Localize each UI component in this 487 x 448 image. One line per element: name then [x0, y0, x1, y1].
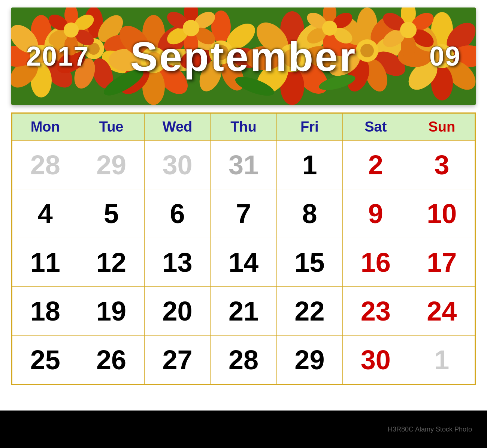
calendar-week-row: 28293031123 — [12, 141, 475, 189]
watermark-bar: H3R80C Alamy Stock Photo — [0, 411, 487, 448]
calendar-table: Mon Tue Wed Thu Fri Sat Sun 282930311234… — [12, 113, 475, 384]
header-sat: Sat — [343, 114, 409, 141]
calendar-day-cell[interactable]: 11 — [12, 238, 78, 287]
calendar-day-cell[interactable]: 7 — [211, 189, 276, 238]
calendar-day-cell[interactable]: 3 — [409, 141, 475, 189]
calendar-header-row: Mon Tue Wed Thu Fri Sat Sun — [12, 114, 475, 141]
calendar-day-cell[interactable]: 29 — [78, 141, 144, 189]
calendar-day-cell[interactable]: 12 — [78, 238, 144, 287]
calendar-day-cell[interactable]: 13 — [144, 238, 210, 287]
calendar-day-cell[interactable]: 30 — [144, 141, 210, 189]
calendar-week-row: 11121314151617 — [12, 238, 475, 287]
header-tue: Tue — [78, 114, 144, 141]
calendar-grid: Mon Tue Wed Thu Fri Sat Sun 282930311234… — [11, 112, 476, 385]
calendar-day-cell[interactable]: 19 — [78, 287, 144, 336]
calendar-day-cell[interactable]: 18 — [12, 287, 78, 336]
calendar-day-cell[interactable]: 28 — [211, 336, 276, 384]
calendar-week-row: 2526272829301 — [12, 336, 475, 384]
header-fri: Fri — [276, 114, 342, 141]
calendar-day-cell[interactable]: 1 — [409, 336, 475, 384]
calendar-day-cell[interactable]: 2 — [343, 141, 409, 189]
calendar-day-cell[interactable]: 29 — [276, 336, 342, 384]
banner-text-container: 2017 September 09 — [11, 7, 476, 105]
calendar-day-cell[interactable]: 22 — [276, 287, 342, 336]
calendar-week-row: 45678910 — [12, 189, 475, 238]
calendar-day-cell[interactable]: 23 — [343, 287, 409, 336]
page-wrapper: 2017 September 09 Mon Tue Wed Thu Fri Sa… — [0, 0, 487, 448]
calendar-day-cell[interactable]: 8 — [276, 189, 342, 238]
header-wed: Wed — [144, 114, 210, 141]
header-mon: Mon — [12, 114, 78, 141]
calendar-day-cell[interactable]: 6 — [144, 189, 210, 238]
calendar-day-cell[interactable]: 26 — [78, 336, 144, 384]
calendar-day-cell[interactable]: 21 — [211, 287, 276, 336]
calendar-day-cell[interactable]: 27 — [144, 336, 210, 384]
banner-month-num: 09 — [429, 41, 461, 72]
calendar-banner: 2017 September 09 — [11, 7, 476, 105]
calendar-day-cell[interactable]: 14 — [211, 238, 276, 287]
calendar-day-cell[interactable]: 16 — [343, 238, 409, 287]
calendar-day-cell[interactable]: 17 — [409, 238, 475, 287]
calendar-day-cell[interactable]: 10 — [409, 189, 475, 238]
calendar-week-row: 18192021222324 — [12, 287, 475, 336]
calendar-day-cell[interactable]: 28 — [12, 141, 78, 189]
calendar-day-cell[interactable]: 1 — [276, 141, 342, 189]
calendar-day-cell[interactable]: 30 — [343, 336, 409, 384]
calendar-day-cell[interactable]: 20 — [144, 287, 210, 336]
calendar-day-cell[interactable]: 4 — [12, 189, 78, 238]
banner-year: 2017 — [26, 41, 89, 72]
header-thu: Thu — [211, 114, 276, 141]
calendar-day-cell[interactable]: 5 — [78, 189, 144, 238]
watermark-text: H3R80C Alamy Stock Photo — [388, 426, 472, 433]
calendar-day-cell[interactable]: 15 — [276, 238, 342, 287]
calendar-day-cell[interactable]: 24 — [409, 287, 475, 336]
header-sun: Sun — [409, 114, 475, 141]
calendar-day-cell[interactable]: 31 — [211, 141, 276, 189]
calendar-day-cell[interactable]: 9 — [343, 189, 409, 238]
calendar-day-cell[interactable]: 25 — [12, 336, 78, 384]
banner-month: September — [130, 33, 357, 80]
